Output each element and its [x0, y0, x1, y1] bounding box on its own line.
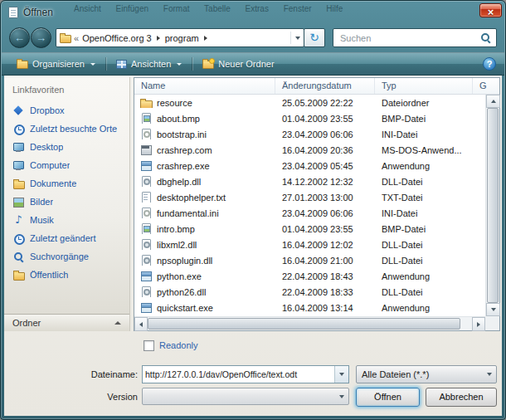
- filetype-dropdown[interactable]: Alle Dateien (*.*): [356, 365, 497, 383]
- file-name: npsoplugin.dll: [157, 256, 212, 266]
- file-date: 01.04.2009 23:55: [275, 114, 375, 124]
- sidebar-item-label: Musik: [30, 215, 54, 225]
- scroll-down-button[interactable]: [486, 303, 500, 316]
- organize-button[interactable]: Organisieren: [10, 56, 102, 71]
- file-row[interactable]: crashrep.exe 23.04.2009 05:45 Anwendung: [134, 158, 485, 173]
- file-name: resource: [157, 98, 192, 108]
- open-button[interactable]: Öffnen: [356, 388, 420, 407]
- sidebar-item-recent-places[interactable]: Zuletzt besuchte Orte: [4, 120, 129, 138]
- breadcrumb-separator-icon: [204, 36, 207, 41]
- breadcrumb-item-current[interactable]: program: [165, 33, 199, 43]
- file-name: crashrep.exe: [157, 161, 210, 171]
- refresh-icon: ↻: [309, 31, 319, 44]
- breadcrumb-item-root[interactable]: OpenOffice.org 3: [82, 33, 152, 43]
- scroll-right-button[interactable]: [472, 317, 485, 331]
- scroll-left-icon: [139, 322, 143, 327]
- folders-expander[interactable]: Ordner: [4, 314, 129, 331]
- breadcrumb-overflow-chevrons[interactable]: «: [74, 33, 79, 43]
- file-name: desktophelper.txt: [157, 193, 226, 203]
- filename-input[interactable]: [143, 366, 334, 383]
- file-row[interactable]: libxml2.dll 16.04.2009 12:02 DLL-Datei: [134, 237, 485, 252]
- forward-button[interactable]: →: [31, 27, 51, 48]
- file-row[interactable]: fundamental.ini 23.04.2009 06:06 INI-Dat…: [134, 205, 485, 221]
- chevron-down-icon: [177, 63, 182, 66]
- sidebar-item-recently-changed[interactable]: Zuletzt geändert: [4, 229, 129, 247]
- music-icon: [12, 215, 25, 226]
- search-input[interactable]: [338, 32, 480, 44]
- file-date: 22.04.2009 18:43: [275, 271, 375, 281]
- refresh-button[interactable]: ↻: [304, 28, 325, 47]
- horizontal-scrollbar-thumb[interactable]: [148, 318, 460, 330]
- file-date: 16.04.2009 13:14: [275, 303, 375, 313]
- sidebar-item-label: Computer: [30, 160, 70, 170]
- sidebar-item-pictures[interactable]: Bilder: [4, 193, 129, 211]
- file-row[interactable]: about.bmp 01.04.2009 23:55 BMP-Datei: [134, 110, 485, 126]
- column-header-date[interactable]: Änderungsdatum: [275, 78, 375, 94]
- vertical-scrollbar-thumb[interactable]: [487, 108, 499, 303]
- folders-label: Ordner: [12, 318, 41, 328]
- filetype-dropdown-button[interactable]: [482, 373, 496, 376]
- file-row[interactable]: crashrep.com 16.04.2009 20:36 MS-DOS-Anw…: [134, 142, 485, 158]
- cancel-button[interactable]: Abbrechen: [426, 388, 497, 407]
- file-row[interactable]: quickstart.exe 16.04.2009 13:14 Anwendun…: [134, 300, 485, 315]
- file-type: Anwendung: [375, 161, 485, 171]
- sidebar-item-label: Desktop: [30, 142, 63, 152]
- column-header-name[interactable]: Name: [134, 78, 275, 94]
- file-type: Anwendung: [375, 303, 485, 313]
- file-row[interactable]: bootstrap.ini 23.04.2009 06:06 INI-Datei: [134, 126, 485, 142]
- organize-icon: [17, 61, 28, 69]
- file-list: Name Änderungsdatum Typ G resource 25.05…: [134, 77, 500, 331]
- sidebar-item-public[interactable]: Öffentlich: [4, 266, 129, 284]
- file-row[interactable]: python26.dll 22.04.2009 18:33 DLL-Datei: [134, 284, 485, 300]
- file-row[interactable]: npsoplugin.dll 16.04.2009 21:00 DLL-Date…: [134, 252, 485, 268]
- file-row[interactable]: dbghelp.dll 14.12.2002 12:32 DLL-Datei: [134, 173, 485, 189]
- search-box: [333, 28, 497, 47]
- sidebar-item-searches[interactable]: Suchvorgänge: [4, 247, 129, 266]
- file-row[interactable]: python.exe 22.04.2009 18:43 Anwendung: [134, 268, 485, 284]
- sidebar-item-desktop[interactable]: Desktop: [4, 138, 129, 156]
- file-name: python26.dll: [157, 287, 206, 297]
- sidebar-item-music[interactable]: Musik: [4, 211, 129, 229]
- scroll-left-button[interactable]: [134, 317, 148, 331]
- file-type: BMP-Datei: [375, 114, 485, 124]
- sidebar-item-computer[interactable]: Computer: [4, 156, 129, 174]
- list-header: Name Änderungsdatum Typ G: [134, 78, 499, 95]
- version-dropdown-button[interactable]: [334, 395, 348, 398]
- file-type: INI-Datei: [375, 129, 485, 139]
- file-name: intro.bmp: [157, 224, 195, 234]
- views-button[interactable]: Ansichten: [109, 56, 188, 71]
- sidebar-item-label: Dokumente: [30, 178, 76, 188]
- file-type: TXT-Datei: [375, 193, 485, 203]
- vertical-scrollbar[interactable]: [485, 95, 499, 316]
- file-name: crashrep.com: [157, 145, 212, 155]
- close-button[interactable]: ×: [479, 3, 502, 17]
- file-row[interactable]: intro.bmp 01.04.2009 23:55 BMP-Datei: [134, 221, 485, 237]
- sidebar-item-documents[interactable]: Dokumente: [4, 174, 129, 193]
- sidebar-item-label: Zuletzt besuchte Orte: [30, 124, 117, 134]
- window-title: Öffnen: [23, 7, 53, 18]
- sidebar-item-label: Dropbox: [30, 105, 65, 115]
- file-date: 25.05.2009 22:22: [275, 98, 375, 108]
- new-folder-button[interactable]: Neuer Ordner: [196, 56, 280, 71]
- column-header-type[interactable]: Typ: [375, 78, 473, 94]
- help-button[interactable]: ?: [483, 57, 496, 71]
- version-dropdown[interactable]: [142, 388, 349, 405]
- file-type: MS-DOS-Anwend...: [375, 145, 485, 155]
- file-icon: [140, 160, 152, 171]
- scroll-up-button[interactable]: [486, 95, 500, 108]
- readonly-checkbox[interactable]: [144, 340, 154, 351]
- filename-dropdown-button[interactable]: [334, 366, 348, 383]
- toolbar-separator: [192, 57, 192, 71]
- horizontal-scrollbar[interactable]: [134, 316, 485, 330]
- back-button[interactable]: ←: [9, 27, 30, 48]
- chevron-down-icon: [339, 395, 344, 398]
- sidebar-item-dropbox[interactable]: Dropbox: [4, 101, 129, 120]
- file-row[interactable]: resource 25.05.2009 22:22 Dateiordner: [134, 95, 485, 110]
- filetype-value: Alle Dateien (*.*): [357, 369, 482, 379]
- address-dropdown-icon[interactable]: [295, 37, 300, 40]
- file-date: 16.04.2009 21:00: [275, 256, 375, 266]
- file-row[interactable]: desktophelper.txt 27.01.2003 13:00 TXT-D…: [134, 189, 485, 205]
- column-header-size[interactable]: G: [473, 78, 499, 94]
- scroll-down-icon: [491, 308, 496, 311]
- breadcrumb[interactable]: « OpenOffice.org 3 program: [56, 28, 304, 47]
